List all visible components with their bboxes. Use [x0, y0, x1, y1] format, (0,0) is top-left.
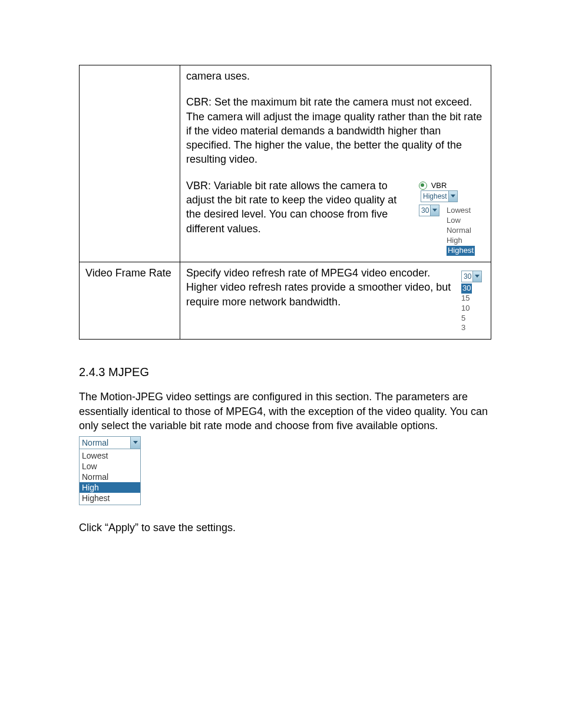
vbr-radio[interactable]: [419, 182, 427, 190]
svg-marker-0: [451, 195, 455, 197]
svg-marker-3: [133, 441, 138, 444]
framerate-control: 30 30 15 10 5 3: [461, 266, 485, 333]
bitrate-label-cell: [80, 65, 180, 262]
dropdown-arrow-icon: [430, 205, 439, 216]
dropdown-arrow-icon: [448, 191, 457, 202]
framerate-description: Specify video refresh rate of MPEG4 vide…: [186, 266, 455, 333]
apply-instruction: Click “Apply” to save the settings.: [79, 521, 491, 535]
settings-table: camera uses. CBR: Set the maximum bit ra…: [79, 65, 491, 340]
vbr-fps-select[interactable]: 30: [419, 205, 439, 216]
svg-marker-1: [432, 209, 437, 212]
cbr-description: CBR: Set the maximum bit rate the camera…: [186, 95, 485, 166]
framerate-description-cell: Specify video refresh rate of MPEG4 vide…: [180, 262, 491, 339]
bitrate-intro: camera uses.: [186, 69, 485, 83]
vbr-quality-select[interactable]: Highest: [421, 190, 458, 202]
document-page: camera uses. CBR: Set the maximum bit ra…: [0, 0, 562, 535]
vbr-control-panel: VBR Highest 30: [419, 179, 485, 256]
svg-marker-2: [475, 275, 480, 278]
vbr-options-list: Lowest Low Normal High Highest: [447, 206, 475, 255]
dropdown-arrow-icon: [472, 271, 481, 282]
table-row-bitrate: camera uses. CBR: Set the maximum bit ra…: [80, 65, 491, 262]
dropdown-arrow-icon: [130, 437, 140, 449]
vbr-description: VBR: Variable bit rate allows the camera…: [186, 179, 413, 256]
framerate-options-list: 30 15 10 5 3: [461, 284, 485, 333]
section-heading-mjpeg: 2.4.3 MJPEG: [79, 365, 491, 379]
table-row-framerate: Video Frame Rate Specify video refresh r…: [80, 262, 491, 339]
mjpeg-description: The Motion-JPEG video settings are confi…: [79, 390, 491, 433]
mjpeg-quality-select[interactable]: Normal Lowest Low Normal High Highest: [79, 436, 141, 505]
framerate-select[interactable]: 30: [461, 271, 482, 282]
mjpeg-quality-options: Lowest Low Normal High Highest: [80, 449, 140, 505]
framerate-label: Video Frame Rate: [80, 262, 180, 339]
vbr-radio-label: VBR: [431, 181, 447, 190]
bitrate-description-cell: camera uses. CBR: Set the maximum bit ra…: [180, 65, 491, 262]
